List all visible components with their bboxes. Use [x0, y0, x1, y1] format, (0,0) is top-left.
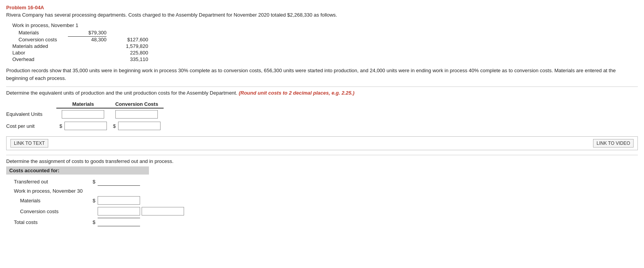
divider-1 — [6, 87, 638, 87]
cost-per-unit-label: Cost per unit — [6, 120, 56, 132]
subtotal-value: $127,600 — [110, 37, 148, 42]
labor-label: Labor — [6, 50, 68, 56]
dollar-materials-icon: $ — [59, 123, 62, 129]
transferred-out-input[interactable] — [98, 177, 140, 186]
equiv-units-materials-input[interactable] — [62, 110, 104, 119]
labor-value: 225,800 — [110, 50, 148, 56]
wip-nov30-label: Work in process, November 30 — [6, 187, 91, 195]
link-to-text-button[interactable]: LINK TO TEXT — [10, 139, 48, 148]
cost-per-unit-conversion-input[interactable] — [118, 122, 161, 130]
materials-label: Materials — [6, 30, 68, 36]
total-costs-input[interactable] — [98, 218, 140, 226]
highlight-text: (Round unit costs to 2 decimal places, e… — [239, 90, 355, 96]
equiv-table: Materials Conversion Costs Equivalent Un… — [6, 100, 164, 132]
intro-text: Rivera Company has several processing de… — [6, 12, 638, 18]
dollar-transferred-icon: $ — [91, 176, 96, 187]
cost-per-unit-materials-input[interactable] — [64, 122, 107, 130]
materials-value: $79,300 — [68, 30, 106, 36]
costs-accounted-header: Costs accounted for: — [6, 166, 149, 175]
wip-header: Work in process, November 1 — [6, 22, 78, 28]
materials-added-label: Materials added — [6, 43, 68, 49]
problem-title: Problem 16-04A — [6, 5, 638, 10]
conversion-assign-input2[interactable] — [142, 207, 184, 215]
dollar-conversion-icon: $ — [113, 123, 116, 129]
total-costs-label: Total costs — [6, 217, 91, 227]
overhead-value: 335,110 — [110, 56, 148, 62]
dollar-materials-assign-icon: $ — [91, 195, 96, 206]
production-note: Production records show that 35,000 unit… — [6, 67, 638, 82]
instruction-1: Determine the equivalent units of produc… — [6, 90, 638, 96]
materials-assign-input[interactable] — [98, 196, 140, 205]
transferred-out-label: Transferred out — [6, 176, 91, 187]
col-materials-header: Materials — [56, 100, 110, 108]
col-conversion-header: Conversion Costs — [110, 100, 164, 108]
overhead-label: Overhead — [6, 56, 68, 62]
assign-table: Transferred out $ Work in process, Novem… — [6, 176, 186, 227]
instruction-2: Determine the assignment of costs to goo… — [6, 158, 638, 164]
equiv-units-conversion-input[interactable] — [115, 110, 158, 119]
link-buttons-row: LINK TO TEXT LINK TO VIDEO — [6, 136, 638, 150]
conversion-assign-label: Conversion costs — [6, 206, 91, 217]
conversion-assign-input1[interactable] — [98, 207, 140, 215]
conversion-costs-value: 48,300 — [68, 36, 106, 42]
materials-added-value: 1,579,820 — [110, 43, 148, 49]
conversion-costs-label: Conversion costs — [6, 37, 68, 42]
equiv-units-label: Equivalent Units — [6, 108, 56, 120]
link-to-video-button[interactable]: LINK TO VIDEO — [593, 139, 634, 148]
materials-assign-label: Materials — [6, 195, 91, 206]
divider-2 — [6, 155, 638, 155]
dollar-total-icon: $ — [91, 217, 96, 227]
